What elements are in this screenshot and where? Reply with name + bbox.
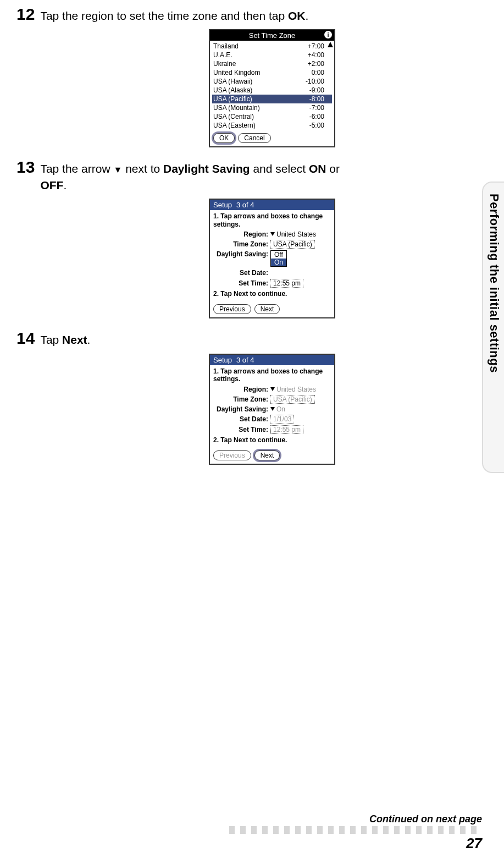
- set-time-label: Set Time:: [213, 279, 268, 287]
- timezone-value[interactable]: USA (Pacific): [270, 395, 315, 404]
- step-number: 13: [16, 159, 35, 175]
- step-14: 14 Tap Next. Setup 3 of 4 1. Tap arrows …: [16, 329, 482, 465]
- set-date-label: Set Date:: [213, 415, 268, 423]
- previous-button[interactable]: Previous: [213, 450, 251, 460]
- scrollbar[interactable]: [328, 42, 333, 129]
- list-item-selected[interactable]: USA (Pacific)-8:00: [212, 95, 332, 103]
- instruction-1: 1. Tap arrows and boxes to change settin…: [213, 367, 331, 383]
- ds-option-on[interactable]: On: [271, 259, 286, 266]
- timezone-value[interactable]: USA (Pacific): [270, 240, 315, 249]
- dialog-title: Setup: [213, 356, 232, 364]
- step-12: 12 Tap the region to set the time zone a…: [16, 6, 482, 147]
- instruction-2: 2. Tap Next to continue.: [213, 290, 331, 298]
- list-item[interactable]: U.A.E.+4:00: [212, 51, 332, 59]
- region-value[interactable]: United States: [276, 230, 316, 238]
- daylight-saving-label: Daylight Saving:: [213, 250, 268, 258]
- daylight-saving-label: Daylight Saving:: [213, 405, 268, 413]
- list-item[interactable]: Thailand+7:00: [212, 42, 332, 51]
- dialog-subtitle: 3 of 4: [236, 356, 254, 364]
- set-date-value[interactable]: 1/1/03: [270, 415, 294, 424]
- dialog-title: Setup: [213, 201, 232, 209]
- list-item[interactable]: USA (Eastern)-5:00: [212, 121, 332, 130]
- daylight-saving-popup[interactable]: Off On: [270, 250, 287, 267]
- dialog-title-bar: Set Time Zone i: [210, 30, 334, 41]
- step-number: 14: [16, 330, 35, 347]
- region-value[interactable]: United States: [276, 386, 316, 393]
- timezone-dialog: Set Time Zone i Thailand+7:00 U.A.E.+4:0…: [209, 29, 335, 147]
- step-text: Tap the arrow ▼ next to Daylight Saving …: [40, 158, 340, 193]
- ds-option-off[interactable]: Off: [271, 251, 286, 259]
- daylight-saving-value[interactable]: On: [276, 405, 285, 413]
- setup-dialog-next: Setup 3 of 4 1. Tap arrows and boxes to …: [209, 354, 335, 465]
- timezone-label: Time Zone:: [213, 240, 268, 248]
- scroll-up-arrow-icon[interactable]: [328, 42, 333, 47]
- footer-decoration: [229, 826, 482, 834]
- next-button[interactable]: Next: [254, 450, 280, 460]
- previous-button[interactable]: Previous: [213, 304, 251, 314]
- next-button[interactable]: Next: [254, 304, 280, 314]
- set-time-label: Set Time:: [213, 426, 268, 433]
- page-number: 27: [22, 835, 482, 852]
- dialog-title-bar: Setup 3 of 4: [210, 200, 334, 210]
- side-tab-label: Performing the initial settings: [487, 194, 501, 373]
- step-text: Tap the region to set the time zone and …: [40, 6, 308, 24]
- dropdown-arrow-icon[interactable]: [270, 387, 275, 391]
- page-footer: Continued on next page 27: [22, 813, 482, 852]
- cancel-button[interactable]: Cancel: [238, 133, 270, 143]
- set-time-value[interactable]: 12:55 pm: [270, 425, 303, 434]
- info-icon[interactable]: i: [324, 31, 332, 39]
- list-item[interactable]: USA (Mountain)-7:00: [212, 103, 332, 112]
- dialog-title-bar: Setup 3 of 4: [210, 355, 334, 365]
- dialog-title: Set Time Zone: [249, 31, 296, 40]
- continued-text: Continued on next page: [22, 813, 482, 825]
- instruction-2: 2. Tap Next to continue.: [213, 436, 331, 444]
- step-number: 12: [16, 6, 35, 23]
- set-time-value[interactable]: 12:55 pm: [270, 279, 303, 288]
- step-text: Tap Next.: [40, 329, 90, 348]
- setup-dialog-ds-popup: Setup 3 of 4 1. Tap arrows and boxes to …: [209, 199, 335, 318]
- dialog-subtitle: 3 of 4: [236, 201, 254, 209]
- region-label: Region:: [213, 386, 268, 393]
- timezone-label: Time Zone:: [213, 395, 268, 403]
- ok-button[interactable]: OK: [213, 133, 235, 143]
- side-tab: Performing the initial settings: [482, 182, 504, 473]
- dropdown-arrow-icon[interactable]: [270, 407, 275, 411]
- list-item[interactable]: USA (Central)-6:00: [212, 112, 332, 121]
- dropdown-arrow-icon[interactable]: [270, 232, 275, 236]
- set-date-label: Set Date:: [213, 269, 268, 277]
- list-item[interactable]: USA (Alaska)-9:00: [212, 86, 332, 95]
- list-item[interactable]: Ukraine+2:00: [212, 59, 332, 68]
- list-item[interactable]: USA (Hawaii)-10:00: [212, 77, 332, 86]
- step-13: 13 Tap the arrow ▼ next to Daylight Savi…: [16, 158, 482, 318]
- region-label: Region:: [213, 230, 268, 238]
- instruction-1: 1. Tap arrows and boxes to change settin…: [213, 212, 331, 228]
- timezone-list[interactable]: Thailand+7:00 U.A.E.+4:00 Ukraine+2:00 U…: [210, 41, 334, 130]
- list-item[interactable]: United Kingdom0:00: [212, 68, 332, 77]
